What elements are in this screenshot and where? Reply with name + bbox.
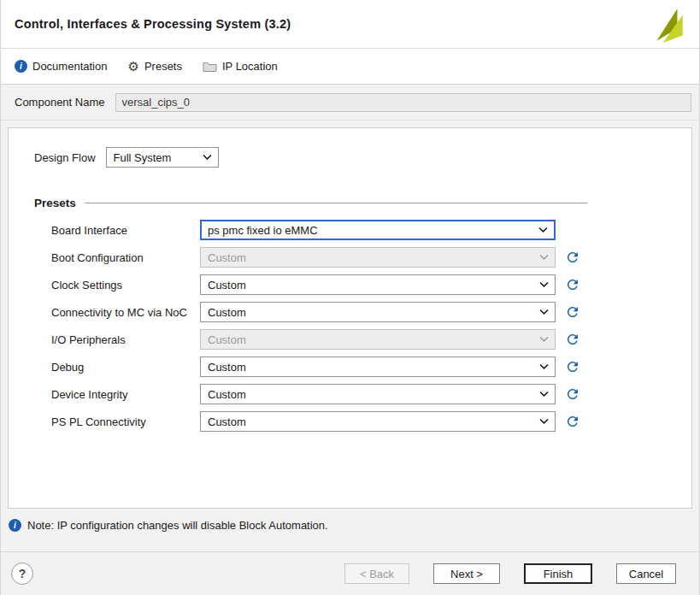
presets-section-header: Presets — [34, 197, 587, 209]
section-divider — [85, 203, 587, 203]
refresh-button[interactable] — [564, 249, 581, 266]
chevron-down-icon — [539, 255, 549, 261]
device-integrity-dropdown[interactable]: Custom — [200, 384, 556, 404]
component-name-label: Component Name — [15, 96, 105, 109]
refresh-icon — [565, 386, 580, 402]
refresh-button[interactable] — [564, 413, 581, 430]
next-button[interactable]: Next > — [433, 563, 500, 584]
design-flow-label: Design Flow — [34, 151, 96, 164]
refresh-spacer — [556, 221, 581, 239]
preset-row: Debug Custom — [51, 353, 691, 380]
refresh-icon — [565, 359, 580, 374]
button-group: < Back Next > Finish Cancel — [344, 563, 676, 584]
note-text: Note: IP configuration changes will disa… — [27, 519, 328, 532]
design-flow-row: Design Flow Full System — [34, 147, 691, 168]
refresh-button[interactable] — [564, 303, 581, 321]
chevron-down-icon — [539, 392, 549, 398]
refresh-button[interactable] — [564, 276, 581, 293]
refresh-button[interactable] — [564, 386, 581, 403]
preset-row: Connectivity to MC via NoC Custom — [51, 298, 691, 326]
refresh-button[interactable] — [564, 331, 581, 348]
dialog-header: Control, Interfaces & Processing System … — [1, 0, 699, 49]
io-peripherals-label: I/O Peripherals — [51, 333, 200, 346]
ip-location-button[interactable]: IP Location — [203, 60, 278, 73]
preset-row: Clock Settings Custom — [51, 271, 691, 298]
debug-label: Debug — [51, 361, 200, 374]
ip-location-label: IP Location — [222, 60, 278, 73]
ps-pl-connectivity-label: PS PL Connectivity — [51, 415, 200, 428]
refresh-icon — [565, 414, 580, 429]
preset-row: PS PL Connectivity Custom — [51, 408, 691, 435]
preset-row: I/O Peripherals Custom — [51, 326, 691, 353]
dialog-footer: ? < Back Next > Finish Cancel — [1, 551, 699, 595]
help-button[interactable]: ? — [11, 563, 33, 585]
gear-icon: ⚙ — [127, 60, 138, 73]
board-interface-dropdown[interactable]: ps pmc fixed io eMMC — [200, 220, 556, 240]
xilinx-logo — [651, 4, 687, 44]
chevron-down-icon — [539, 309, 549, 315]
chevron-down-icon — [538, 227, 548, 233]
info-icon: i — [9, 519, 21, 532]
main-area: Design Flow Full System Presets Board In… — [1, 121, 699, 509]
folder-icon — [203, 61, 217, 72]
chevron-down-icon — [539, 337, 549, 343]
presets-section-title: Presets — [34, 197, 76, 209]
chevron-down-icon — [203, 155, 212, 161]
boot-configuration-label: Boot Configuration — [51, 251, 200, 264]
refresh-icon — [565, 277, 580, 292]
component-name-input[interactable] — [115, 93, 692, 112]
board-interface-label: Board Interface — [51, 224, 200, 237]
ps-pl-connectivity-dropdown[interactable]: Custom — [200, 411, 556, 432]
refresh-icon — [565, 332, 580, 347]
connectivity-noc-label: Connectivity to MC via NoC — [51, 306, 200, 319]
refresh-button[interactable] — [564, 358, 581, 375]
design-flow-dropdown[interactable]: Full System — [106, 147, 219, 168]
clock-settings-dropdown[interactable]: Custom — [200, 274, 556, 295]
component-name-row: Component Name — [1, 85, 699, 121]
chevron-down-icon — [539, 282, 549, 288]
debug-dropdown[interactable]: Custom — [200, 356, 556, 377]
preset-row: Boot Configuration Custom — [51, 244, 691, 271]
documentation-label: Documentation — [32, 60, 107, 73]
io-peripherals-dropdown: Custom — [200, 329, 556, 350]
back-button[interactable]: < Back — [344, 563, 409, 584]
clock-settings-label: Clock Settings — [51, 279, 200, 292]
presets-menu-label: Presets — [144, 60, 182, 73]
chevron-down-icon — [539, 419, 549, 425]
boot-configuration-dropdown: Custom — [200, 247, 556, 268]
preset-row: Board Interface ps pmc fixed io eMMC — [51, 216, 691, 244]
documentation-button[interactable]: i Documentation — [15, 60, 107, 73]
chevron-down-icon — [539, 364, 549, 370]
device-integrity-label: Device Integrity — [51, 388, 200, 401]
finish-button[interactable]: Finish — [524, 563, 592, 584]
note-row: i Note: IP configuration changes will di… — [1, 509, 699, 542]
refresh-icon — [565, 304, 580, 320]
refresh-icon — [565, 250, 580, 265]
config-panel: Design Flow Full System Presets Board In… — [8, 127, 692, 509]
toolbar: i Documentation ⚙ Presets IP Location — [1, 49, 699, 85]
page-title: Control, Interfaces & Processing System … — [15, 17, 291, 31]
info-icon: i — [15, 60, 27, 73]
preset-row: Device Integrity Custom — [51, 380, 691, 408]
connectivity-noc-dropdown[interactable]: Custom — [200, 302, 556, 322]
ip-customization-dialog: Control, Interfaces & Processing System … — [0, 0, 700, 595]
cancel-button[interactable]: Cancel — [616, 563, 676, 584]
presets-menu-button[interactable]: ⚙ Presets — [127, 60, 182, 73]
